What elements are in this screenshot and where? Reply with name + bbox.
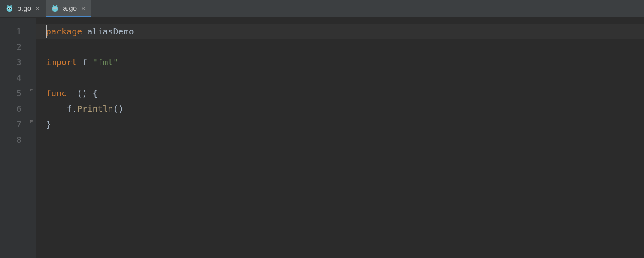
- gutter: 1 2 3 4 5 6 7 8 ⊟ ⊟: [0, 18, 36, 258]
- go-file-icon: [5, 4, 14, 13]
- func-name: _: [72, 88, 77, 98]
- whitespace: [87, 88, 92, 98]
- string-literal: "fmt": [92, 57, 118, 68]
- parens: (): [113, 104, 124, 114]
- fold-open-icon[interactable]: ⊟: [29, 87, 34, 92]
- close-icon[interactable]: ×: [35, 6, 40, 12]
- tab-a-go[interactable]: a.go ×: [46, 0, 91, 17]
- tab-label: a.go: [63, 4, 77, 13]
- code-line[interactable]: import f "fmt": [46, 55, 644, 70]
- identifier: aliasDemo: [87, 26, 134, 37]
- whitespace: [67, 88, 72, 98]
- receiver: f: [67, 104, 72, 114]
- tab-bar: b.go × a.go ×: [0, 0, 644, 18]
- svg-point-15: [55, 9, 56, 10]
- tab-b-go[interactable]: b.go ×: [0, 0, 46, 17]
- svg-rect-2: [7, 6, 12, 12]
- code-line[interactable]: [46, 70, 644, 86]
- whitespace: [77, 57, 82, 68]
- go-file-icon: [51, 4, 59, 13]
- code-editor[interactable]: package aliasDemo import f "fmt" func _(…: [36, 18, 644, 258]
- tab-label: b.go: [17, 4, 31, 13]
- svg-rect-10: [52, 6, 58, 12]
- dot: .: [72, 104, 77, 114]
- code-line[interactable]: f.Println(): [46, 101, 644, 117]
- indent: [46, 104, 67, 114]
- text-caret: [46, 25, 47, 38]
- svg-point-13: [54, 8, 55, 9]
- code-line[interactable]: [46, 132, 644, 147]
- keyword: func: [46, 88, 67, 98]
- code-line[interactable]: func _() {: [46, 86, 644, 101]
- whitespace: [87, 57, 92, 68]
- keyword: package: [46, 26, 82, 37]
- code-line[interactable]: }: [46, 117, 644, 132]
- svg-point-6: [10, 8, 11, 9]
- fold-column: ⊟ ⊟: [27, 24, 36, 258]
- svg-point-14: [56, 8, 57, 9]
- editor-area: 1 2 3 4 5 6 7 8 ⊟ ⊟ package aliasDemo im…: [0, 18, 644, 258]
- code-line[interactable]: [46, 39, 644, 55]
- keyword: import: [46, 57, 77, 68]
- fold-close-icon[interactable]: ⊟: [29, 119, 34, 124]
- import-alias: f: [82, 57, 87, 68]
- svg-point-5: [8, 8, 9, 9]
- brace: }: [46, 119, 51, 129]
- parens: (): [77, 88, 87, 98]
- func-call: Println: [77, 104, 113, 114]
- whitespace: [82, 26, 87, 37]
- svg-point-7: [9, 9, 10, 10]
- close-icon[interactable]: ×: [80, 6, 86, 12]
- brace: {: [92, 88, 97, 98]
